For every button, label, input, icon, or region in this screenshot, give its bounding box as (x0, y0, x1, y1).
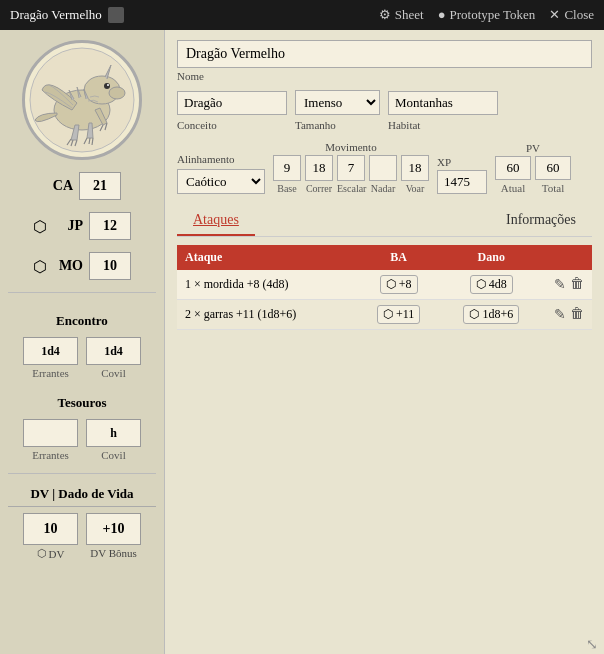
dv-value[interactable]: 10 (23, 513, 78, 545)
encounter-errantes: 1d4 Errantes (23, 337, 78, 379)
pv-total-input[interactable] (535, 156, 571, 180)
svg-point-5 (107, 84, 109, 86)
mov-nadar[interactable] (369, 155, 397, 181)
close-button[interactable]: ✕ Close (549, 7, 594, 23)
avatar[interactable] (22, 40, 142, 160)
pv-total-label: Total (542, 182, 564, 194)
xp-group: XP (437, 154, 487, 194)
encounter-covil: 1d4 Covil (86, 337, 141, 379)
mov-base[interactable]: 9 (273, 155, 301, 181)
tab-attacks[interactable]: Ataques (177, 206, 255, 236)
mo-label: MO (53, 258, 83, 274)
encounter-title: Encontro (56, 313, 108, 329)
pv-atual-input[interactable] (495, 156, 531, 180)
separator-2 (8, 473, 156, 474)
resize-handle[interactable]: ⤡ (586, 636, 598, 648)
conceito-label: Conceito (177, 119, 287, 131)
name-label: Nome (177, 70, 592, 82)
tesouros-covil-value[interactable]: h (86, 419, 141, 447)
mo-value[interactable]: 10 (89, 252, 131, 280)
tesouros-row: Errantes h Covil (23, 419, 141, 461)
content-area: Nome Conceito Imenso Grande Médio Pequen… (165, 30, 604, 654)
sidebar: CA 21 ⬡ JP 12 ⬡ MO 10 Encontro 1d4 Erran… (0, 30, 165, 654)
ba-badge-0[interactable]: ⬡ +8 (380, 275, 418, 294)
col-dano: Dano (441, 245, 542, 270)
mov-voar-label: Voar (401, 183, 429, 194)
tesouros-errantes-value[interactable] (23, 419, 78, 447)
mov-nadar-label: Nadar (369, 183, 397, 194)
tesouros-errantes-label: Errantes (32, 449, 69, 461)
titlebar-right: ⚙ Sheet ● Prototype Token ✕ Close (379, 7, 594, 23)
encounter-covil-value[interactable]: 1d4 (86, 337, 141, 365)
movimento-label: Movimento (273, 141, 429, 153)
col-actions (542, 245, 592, 270)
dano-badge-0[interactable]: ⬡ 4d8 (470, 275, 513, 294)
table-row: 1 × mordida +8 (4d8) ⬡ +8 ⬡ 4d8 ✎ 🗑 (177, 270, 592, 300)
alinhamento-group: Alinhamento Caótico Neutro Leal (177, 151, 265, 194)
mov-escalar[interactable]: 7 (337, 155, 365, 181)
gear-icon: ⚙ (379, 7, 391, 23)
stats-row: Alinhamento Caótico Neutro Leal Moviment… (177, 139, 592, 194)
pv-total-group: Total (535, 156, 571, 194)
dano-badge-1[interactable]: ⬡ 1d8+6 (463, 305, 519, 324)
habitat-input[interactable] (388, 91, 498, 115)
jp-value[interactable]: 12 (89, 212, 131, 240)
svg-point-3 (109, 87, 125, 99)
mov-correr[interactable]: 18 (305, 155, 333, 181)
mov-sublabels: Base Correr Escalar Nadar Voar (273, 183, 429, 194)
character-title: Dragão Vermelho (10, 7, 102, 23)
main-area: CA 21 ⬡ JP 12 ⬡ MO 10 Encontro 1d4 Erran… (0, 30, 604, 654)
table-row: 2 × garras +11 (1d8+6) ⬡ +11 ⬡ 1d8+6 ✎ 🗑 (177, 300, 592, 330)
attack-dano-0: ⬡ 4d8 (441, 270, 542, 300)
encounter-errantes-value[interactable]: 1d4 (23, 337, 78, 365)
attack-ba-1: ⬡ +11 (357, 300, 441, 330)
encounter-covil-label: Covil (101, 367, 125, 379)
alinhamento-select[interactable]: Caótico Neutro Leal (177, 169, 265, 194)
delete-icon-1[interactable]: 🗑 (570, 306, 584, 323)
pv-group: PV Atual Total (495, 140, 571, 194)
mo-die-icon: ⬡ (33, 257, 47, 276)
ca-label: CA (43, 178, 73, 194)
edit-icon-0[interactable]: ✎ (554, 276, 566, 293)
pv-atual-group: Atual (495, 156, 531, 194)
tabs-row: Ataques Informações (177, 206, 592, 237)
habitat-group: Habitat (388, 91, 498, 131)
attack-name-1: 2 × garras +11 (1d8+6) (177, 300, 357, 330)
die-icon-dano-1: ⬡ (469, 307, 479, 322)
conceito-input[interactable] (177, 91, 287, 115)
dv-title: DV | Dado de Vida (8, 486, 156, 507)
habitat-label: Habitat (388, 119, 498, 131)
sheet-icon (108, 7, 124, 23)
dv-bonus-value[interactable]: +10 (86, 513, 141, 545)
attack-ba-0: ⬡ +8 (357, 270, 441, 300)
mov-correr-label: Correr (305, 183, 333, 194)
character-name-input[interactable] (177, 40, 592, 68)
titlebar-left: Dragão Vermelho (10, 7, 124, 23)
dv-bonus-label: DV Bônus (90, 547, 137, 559)
tesouros-covil: h Covil (86, 419, 141, 461)
mov-base-label: Base (273, 183, 301, 194)
die-icon-dano-0: ⬡ (476, 277, 486, 292)
delete-icon-0[interactable]: 🗑 (570, 276, 584, 293)
dv-label: ⬡ DV (37, 547, 65, 560)
encounter-errantes-label: Errantes (32, 367, 69, 379)
tesouros-errantes: Errantes (23, 419, 78, 461)
ba-badge-1[interactable]: ⬡ +11 (377, 305, 420, 324)
die-icon-ba-0: ⬡ (386, 277, 396, 292)
prototype-token-button[interactable]: ● Prototype Token (438, 7, 536, 23)
dv-bonus-item: +10 DV Bônus (86, 513, 141, 560)
tab-info[interactable]: Informações (490, 206, 592, 236)
sheet-button[interactable]: ⚙ Sheet (379, 7, 424, 23)
tamanho-select[interactable]: Imenso Grande Médio Pequeno (295, 90, 380, 115)
tesouros-covil-label: Covil (101, 449, 125, 461)
dv-section: DV | Dado de Vida 10 ⬡ DV +10 DV Bônus (8, 486, 156, 560)
dv-row: 10 ⬡ DV +10 DV Bônus (8, 513, 156, 560)
xp-input[interactable] (437, 170, 487, 194)
jp-row: ⬡ JP 12 (8, 212, 156, 240)
edit-icon-1[interactable]: ✎ (554, 306, 566, 323)
attack-table-header: Ataque BA Dano (177, 245, 592, 270)
ca-row: CA 21 (8, 172, 156, 200)
ca-value[interactable]: 21 (79, 172, 121, 200)
col-ba: BA (357, 245, 441, 270)
mov-voar[interactable]: 18 (401, 155, 429, 181)
